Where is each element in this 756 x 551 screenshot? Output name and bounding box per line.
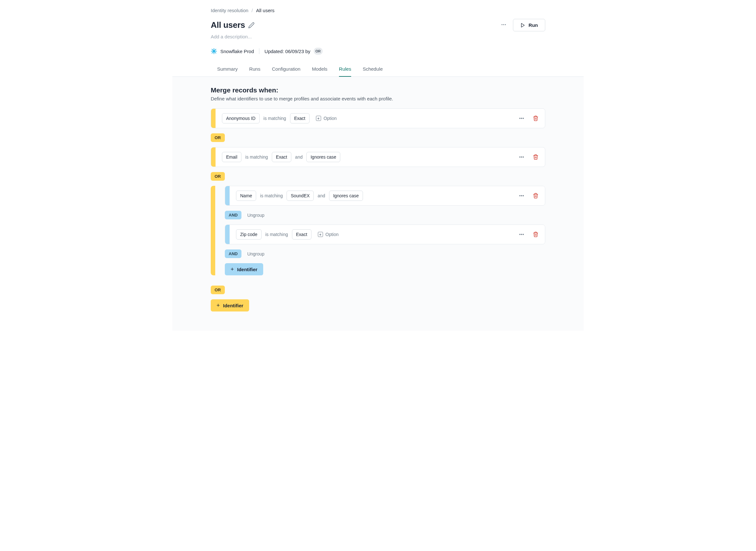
rule-actions — [519, 231, 539, 237]
plus-icon: + — [316, 116, 321, 121]
meta-row: Snowflake Prod Updated: 06/09/23 by OR — [211, 48, 545, 55]
and-label: and — [295, 154, 302, 159]
svg-point-6 — [523, 118, 524, 119]
edit-title-button[interactable] — [248, 22, 254, 28]
rule-body: Zip code is matching Exact + Option — [230, 225, 545, 244]
add-identifier-button[interactable]: + Identifier — [211, 299, 249, 312]
svg-point-9 — [523, 157, 524, 158]
title-right: Run — [501, 19, 545, 31]
tab-schedule[interactable]: Schedule — [362, 63, 383, 77]
and-row: AND Ungroup — [225, 211, 545, 219]
rule-body: Anonymous ID is matching Exact + Option — [215, 109, 545, 128]
breadcrumb: Identity resolution / All users — [211, 8, 545, 13]
option-label: Option — [323, 116, 337, 121]
rule-stripe — [225, 225, 230, 244]
and-label: and — [317, 193, 325, 198]
description-input[interactable]: Add a description... — [211, 34, 545, 39]
delete-rule-button[interactable] — [533, 231, 539, 237]
match-type-chip[interactable]: Exact — [272, 152, 291, 162]
run-button-label: Run — [529, 22, 538, 28]
tab-models[interactable]: Models — [312, 63, 327, 77]
header-section: Identity resolution / All users All user… — [172, 8, 584, 55]
rule-more-button[interactable] — [519, 154, 525, 160]
svg-point-10 — [519, 195, 520, 196]
tab-configuration[interactable]: Configuration — [272, 63, 300, 77]
match-type-chip[interactable]: Exact — [292, 229, 311, 239]
plus-icon: + — [216, 303, 220, 308]
breadcrumb-separator: / — [252, 8, 253, 13]
rule-more-button[interactable] — [519, 115, 525, 121]
rule-stripe — [211, 109, 215, 128]
breadcrumb-current: All users — [256, 8, 275, 13]
identifier-chip[interactable]: Zip code — [236, 229, 261, 239]
rule-stripe — [211, 147, 215, 167]
tab-runs[interactable]: Runs — [249, 63, 260, 77]
svg-point-0 — [502, 24, 503, 25]
match-option-chip[interactable]: Ignores case — [306, 152, 340, 162]
add-option-button[interactable]: + Option — [316, 116, 337, 121]
identifier-chip[interactable]: Name — [236, 190, 256, 201]
svg-point-7 — [519, 157, 520, 158]
rules-content: Merge records when: Define what identifi… — [172, 77, 584, 331]
identifier-chip[interactable]: Anonymous ID — [222, 113, 260, 123]
section-subtitle: Define what identifiers to use to merge … — [211, 96, 545, 101]
tabs: Summary Runs Configuration Models Rules … — [172, 63, 584, 77]
is-matching-label: is matching — [245, 154, 268, 159]
delete-rule-button[interactable] — [533, 115, 539, 121]
identifier-chip[interactable]: Email — [222, 152, 241, 162]
rule-actions — [519, 154, 539, 160]
add-identifier-button-inner[interactable]: + Identifier — [225, 263, 263, 276]
add-identifier-label: Identifier — [237, 267, 257, 272]
option-label: Option — [325, 232, 339, 237]
more-menu-button[interactable] — [501, 22, 507, 28]
svg-point-14 — [521, 234, 522, 235]
rule-left: Email is matching Exact and Ignores case — [222, 152, 340, 162]
and-connector: AND — [225, 249, 241, 258]
match-type-chip[interactable]: SoundEX — [286, 190, 314, 201]
rule-actions — [519, 115, 539, 121]
and-connector: AND — [225, 211, 241, 219]
is-matching-label: is matching — [260, 193, 283, 198]
is-matching-label: is matching — [263, 116, 286, 121]
rule-left: Anonymous ID is matching Exact + Option — [222, 113, 337, 123]
delete-rule-button[interactable] — [533, 154, 539, 160]
snowflake-icon — [211, 48, 217, 54]
or-connector: OR — [211, 133, 225, 142]
section-title: Merge records when: — [211, 86, 545, 94]
rule-left: Name is matching SoundEX and Ignores cas… — [236, 190, 363, 201]
add-option-button[interactable]: + Option — [318, 232, 339, 237]
rule-more-button[interactable] — [519, 231, 525, 237]
svg-point-4 — [519, 118, 520, 119]
rule-left: Zip code is matching Exact + Option — [236, 229, 339, 239]
match-option-chip[interactable]: Ignores case — [329, 190, 363, 201]
match-type-chip[interactable]: Exact — [290, 113, 309, 123]
plus-icon: + — [230, 266, 234, 272]
delete-rule-button[interactable] — [533, 193, 539, 198]
page-title: All users — [211, 20, 245, 30]
tab-rules[interactable]: Rules — [339, 63, 351, 77]
svg-point-5 — [521, 118, 522, 119]
meta-divider — [259, 48, 259, 54]
run-button[interactable]: Run — [513, 19, 545, 31]
rule-card: Name is matching SoundEX and Ignores cas… — [225, 186, 545, 206]
source-name: Snowflake Prod — [220, 49, 254, 54]
rule-body: Email is matching Exact and Ignores case — [215, 147, 545, 167]
avatar: OR — [314, 48, 323, 55]
svg-point-8 — [521, 157, 522, 158]
svg-marker-3 — [521, 23, 524, 27]
rule-more-button[interactable] — [519, 193, 525, 198]
ungroup-button[interactable]: Ungroup — [247, 251, 264, 256]
rule-card: Zip code is matching Exact + Option — [225, 224, 545, 244]
rule-card: Email is matching Exact and Ignores case — [211, 147, 545, 167]
title-row: All users Run — [211, 19, 545, 31]
svg-point-13 — [519, 234, 520, 235]
rule-group: Name is matching SoundEX and Ignores cas… — [211, 186, 545, 276]
svg-point-11 — [521, 195, 522, 196]
svg-point-2 — [505, 24, 506, 25]
group-stripe — [211, 186, 215, 276]
breadcrumb-parent[interactable]: Identity resolution — [211, 8, 248, 13]
svg-point-1 — [503, 24, 504, 25]
tab-summary[interactable]: Summary — [217, 63, 238, 77]
ungroup-button[interactable]: Ungroup — [247, 213, 264, 218]
and-row: AND Ungroup — [225, 249, 545, 258]
